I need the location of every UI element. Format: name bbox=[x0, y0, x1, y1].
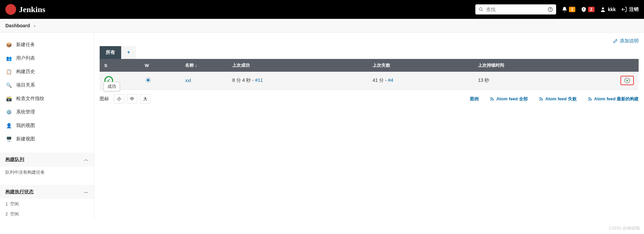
last-failure-build-link[interactable]: #4 bbox=[388, 77, 394, 83]
logout-icon bbox=[621, 6, 627, 12]
bell-icon bbox=[562, 6, 568, 12]
sidebar-item-fingerprint[interactable]: 🗃️检查文件指纹 bbox=[0, 92, 94, 105]
chevron-up-icon[interactable]: ︿ bbox=[84, 189, 89, 195]
history-icon: 📋 bbox=[5, 68, 12, 75]
brand-name: Jenkins bbox=[19, 5, 45, 14]
icon-size-large[interactable]: 大 bbox=[140, 94, 150, 104]
col-last-duration[interactable]: 上次持续时间 bbox=[473, 59, 598, 72]
svg-point-12 bbox=[588, 100, 589, 101]
status-tooltip: 成功 bbox=[104, 82, 120, 91]
table-row: ✓ 成功 ☀ xxl 8 分 4 秒 - #11 41 分 - #4 13 秒 bbox=[100, 72, 639, 90]
executors-title: 构建执行状态 bbox=[5, 189, 34, 195]
alert-badge: 2 bbox=[588, 7, 595, 12]
rss-icon bbox=[587, 97, 592, 101]
col-last-success[interactable]: 上次成功 bbox=[228, 59, 368, 72]
sidebar-item-my-views[interactable]: 👤我的视图 bbox=[0, 119, 94, 132]
notif-badge: 1 bbox=[569, 7, 575, 12]
job-name-link[interactable]: xxl bbox=[185, 78, 191, 83]
icon-size-label: 图标 bbox=[100, 96, 109, 102]
search-icon: 🔍 bbox=[5, 82, 12, 89]
fingerprint-icon: 🗃️ bbox=[5, 95, 12, 102]
views-icon: 👤 bbox=[5, 122, 12, 129]
sidebar-item-label: 项目关系 bbox=[16, 82, 35, 88]
col-weather[interactable]: W bbox=[140, 59, 180, 72]
gear-icon: ⚙️ bbox=[5, 109, 12, 115]
sidebar-item-new-job[interactable]: 📦新建任务 bbox=[0, 38, 94, 52]
legend-link[interactable]: 图例 bbox=[470, 96, 479, 102]
logout-label: 注销 bbox=[629, 6, 639, 12]
col-name[interactable]: 名称 ↓ bbox=[180, 59, 228, 72]
sidebar-item-label: 检查文件指纹 bbox=[16, 96, 44, 102]
add-description-button[interactable]: 添加说明 bbox=[613, 38, 639, 44]
sidebar-item-manage[interactable]: ⚙️系统管理 bbox=[0, 105, 94, 119]
svg-rect-4 bbox=[583, 8, 584, 10]
rss-icon bbox=[489, 97, 494, 101]
sidebar-item-label: 我的视图 bbox=[16, 123, 35, 129]
clock-play-icon bbox=[624, 77, 631, 84]
last-success-build-link[interactable]: #11 bbox=[255, 77, 263, 83]
executors-header[interactable]: 构建执行状态 ︿ bbox=[0, 185, 94, 199]
main-content: 添加说明 所有 + S W 名称 ↓ 上次成功 上次失败 上次持续时间 bbox=[94, 33, 644, 219]
chevron-up-icon[interactable]: ︿ bbox=[84, 157, 89, 163]
logout-button[interactable]: 注销 bbox=[621, 6, 639, 12]
duration-cell: 13 秒 bbox=[473, 72, 598, 90]
svg-point-0 bbox=[479, 8, 482, 10]
svg-line-1 bbox=[482, 10, 483, 11]
feed-all-link[interactable]: Atom feed 全部 bbox=[489, 96, 528, 102]
svg-point-6 bbox=[602, 7, 604, 9]
rss-icon bbox=[539, 97, 543, 101]
logo[interactable]: Jenkins bbox=[5, 4, 45, 15]
schedule-build-button[interactable] bbox=[620, 76, 634, 85]
col-last-failure[interactable]: 上次失败 bbox=[368, 59, 473, 72]
sidebar-item-build-history[interactable]: 📋构建历史 bbox=[0, 65, 94, 78]
executor-row: 2 空闲 bbox=[0, 209, 94, 219]
alerts-button[interactable]: 2 bbox=[581, 6, 595, 12]
view-tabs: 所有 + bbox=[100, 46, 639, 59]
build-queue-header[interactable]: 构建队列 ︿ bbox=[0, 153, 94, 167]
edit-icon bbox=[613, 39, 618, 43]
svg-rect-5 bbox=[583, 10, 584, 11]
build-queue-empty: 队列中没有构建任务 bbox=[0, 167, 94, 178]
table-footer: 图标 小 中 大 图例 Atom feed 全部 Atom feed 失败 At… bbox=[100, 90, 639, 108]
sidebar-item-label: 用户列表 bbox=[16, 55, 35, 61]
notifications-button[interactable]: 1 bbox=[562, 6, 575, 12]
tab-add-view[interactable]: + bbox=[121, 46, 136, 59]
last-failure-cell: 41 分 - #4 bbox=[368, 72, 473, 90]
executor-row: 1 空闲 bbox=[0, 199, 94, 209]
feed-latest-link[interactable]: Atom feed 最新的构建 bbox=[587, 96, 639, 102]
last-success-cell: 8 分 4 秒 - #11 bbox=[228, 72, 368, 90]
svg-point-10 bbox=[490, 100, 491, 101]
svg-marker-9 bbox=[626, 79, 628, 82]
new-view-icon: 🖥️ bbox=[5, 136, 12, 142]
username-label: kkk bbox=[608, 7, 616, 12]
new-job-icon: 📦 bbox=[5, 41, 12, 48]
breadcrumb: Dashboard ▸ bbox=[0, 19, 644, 33]
top-header: Jenkins 1 2 kkk 注销 bbox=[0, 0, 644, 19]
user-link[interactable]: kkk bbox=[600, 6, 616, 12]
search-input[interactable] bbox=[486, 7, 545, 12]
sidebar-item-people[interactable]: 👥用户列表 bbox=[0, 52, 94, 65]
shield-alert-icon bbox=[581, 6, 587, 12]
people-icon: 👥 bbox=[5, 55, 12, 62]
sidebar-item-label: 系统管理 bbox=[16, 109, 35, 115]
search-icon bbox=[479, 7, 483, 12]
weather-sunny-icon: ☀ bbox=[145, 76, 151, 85]
sidebar-item-label: 构建历史 bbox=[16, 69, 35, 75]
feed-fail-link[interactable]: Atom feed 失败 bbox=[539, 96, 577, 102]
col-status[interactable]: S bbox=[100, 59, 140, 72]
sidebar-item-label: 新建任务 bbox=[16, 42, 35, 48]
jobs-table: S W 名称 ↓ 上次成功 上次失败 上次持续时间 ✓ 成功 ☀ xxl bbox=[100, 59, 639, 90]
sidebar-item-label: 新建视图 bbox=[16, 136, 35, 142]
svg-point-11 bbox=[539, 100, 540, 101]
sidebar-item-new-view[interactable]: 🖥️新建视图 bbox=[0, 132, 94, 146]
jenkins-logo-icon bbox=[5, 4, 16, 15]
chevron-right-icon: ▸ bbox=[34, 24, 36, 28]
icon-size-medium[interactable]: 中 bbox=[127, 94, 137, 104]
icon-size-small[interactable]: 小 bbox=[114, 94, 124, 104]
breadcrumb-dashboard[interactable]: Dashboard bbox=[5, 23, 30, 28]
help-icon[interactable] bbox=[548, 6, 553, 12]
tab-all[interactable]: 所有 bbox=[100, 46, 121, 59]
sidebar-item-project-relationship[interactable]: 🔍项目关系 bbox=[0, 78, 94, 92]
svg-point-3 bbox=[550, 11, 550, 11]
search-box[interactable] bbox=[475, 4, 556, 14]
